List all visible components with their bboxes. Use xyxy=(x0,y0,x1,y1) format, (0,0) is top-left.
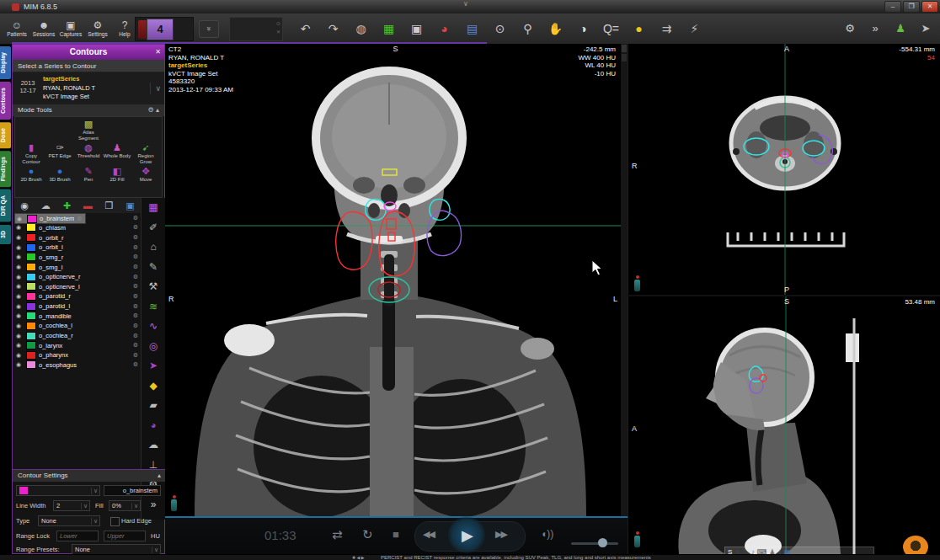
contour-color-swatch[interactable] xyxy=(26,341,36,349)
axial-viewport[interactable]: A R P -554.31 mm 54 xyxy=(628,44,940,295)
contour-gear-icon[interactable]: ⚙ xyxy=(133,361,141,368)
contour-strip-icon[interactable]: ☁ xyxy=(148,435,158,456)
contour-name[interactable]: o_chiasm xyxy=(39,224,131,232)
contour-color-swatch[interactable] xyxy=(26,312,36,320)
contour-gear-icon[interactable]: ⚙ xyxy=(133,283,141,290)
contour-strip-icon[interactable]: ◆ xyxy=(149,376,157,397)
capture-slot[interactable]: ⊙ ✕ xyxy=(229,17,283,41)
slot-info-icon[interactable]: ⊙ xyxy=(276,21,280,26)
minimize-button[interactable]: – xyxy=(884,1,901,13)
toolbar-action-icon[interactable]: ✋ xyxy=(542,15,569,42)
contour-gear-icon[interactable]: ⚙ xyxy=(133,224,141,231)
panel-tab[interactable]: Display xyxy=(0,46,11,79)
contour-row[interactable]: ◉ o_esophagus ⚙ xyxy=(14,360,141,371)
toolbar-action-icon[interactable]: ▦ xyxy=(375,15,403,42)
contour-row[interactable]: ◉ o_cochlea_l ⚙ xyxy=(14,321,141,331)
contour-gear-icon[interactable]: ⚙ xyxy=(133,352,141,359)
contour-row[interactable]: ◉ o_parotid_r ⚙ xyxy=(14,291,141,301)
contour-strip-icon[interactable]: ⌂ xyxy=(150,237,156,258)
contour-color-select[interactable]: ∨ xyxy=(16,485,100,496)
contour-name[interactable]: o_parotid_r xyxy=(39,292,131,300)
contour-name-field[interactable] xyxy=(104,485,161,496)
contour-eye-icon[interactable]: ◉ xyxy=(16,352,24,359)
mode-tool-button[interactable]: ✥ Move xyxy=(131,164,160,183)
toolbar-action-icon[interactable]: ↷ xyxy=(319,15,347,42)
contour-gear-icon[interactable]: ⚙ xyxy=(133,293,141,300)
contour-strip-icon[interactable]: ◕ xyxy=(150,416,156,436)
toolbar-right-icon[interactable]: ♟ xyxy=(891,15,910,42)
contour-color-swatch[interactable] xyxy=(26,243,36,252)
titlebar-chevron-icon[interactable]: ∨ xyxy=(463,0,468,8)
panel-tab[interactable]: Findings xyxy=(0,151,11,187)
contour-strip-icon[interactable]: ⚒ xyxy=(149,277,158,297)
contour-row[interactable]: ◉ o_mandible ⚙ xyxy=(14,311,141,321)
slot-close-icon[interactable]: ✕ xyxy=(276,29,280,35)
contour-name[interactable]: o_cochlea_r xyxy=(39,332,131,339)
contour-color-swatch[interactable] xyxy=(26,351,36,360)
contour-name[interactable]: o_larynx xyxy=(39,342,131,349)
loop-icon[interactable]: ↻ xyxy=(362,527,373,542)
contour-gear-icon[interactable]: ⚙ xyxy=(133,234,141,241)
contour-color-swatch[interactable] xyxy=(26,253,36,261)
mode-tools-header[interactable]: Mode Tools ⚙ ▴ xyxy=(13,104,164,116)
contour-strip-icon[interactable]: ➤ xyxy=(149,356,158,376)
contour-gear-icon[interactable]: ⚙ xyxy=(133,244,141,251)
contour-gear-icon[interactable]: ⚙ xyxy=(133,312,141,319)
mode-tool-button[interactable]: ▩ Atlas Segment xyxy=(74,117,103,141)
contour-eye-icon[interactable]: ◉ xyxy=(16,224,24,231)
contour-strip-icon[interactable]: ✎ xyxy=(149,258,158,278)
toolbar-action-icon[interactable]: ⚲ xyxy=(514,15,542,42)
toolbar-right-icon[interactable]: ⚙ xyxy=(841,15,859,42)
contour-eye-icon[interactable]: ◉ xyxy=(16,253,24,260)
scrollbar-thumb[interactable] xyxy=(622,54,627,61)
mode-tool-button[interactable]: ♟ Whole Body xyxy=(103,141,131,164)
scrollbar-up-button[interactable] xyxy=(622,45,627,52)
toolbar-action-icon[interactable]: ⇉ xyxy=(653,15,681,42)
contour-color-swatch[interactable] xyxy=(26,223,36,232)
series-chevron-icon[interactable]: ∨ xyxy=(150,83,161,94)
contour-gear-icon[interactable]: ⚙ xyxy=(133,215,141,221)
contour-eye-icon[interactable]: ◉ xyxy=(16,274,24,280)
range-lower-field[interactable] xyxy=(56,531,99,541)
mode-tool-button[interactable]: ◧ 2D Fill xyxy=(103,164,131,183)
contour-row[interactable]: ◉ o_opticnerve_r ⚙ xyxy=(14,272,141,282)
panel-close-icon[interactable]: ✕ xyxy=(155,45,161,60)
line-width-select[interactable]: 2∨ xyxy=(53,500,90,511)
contour-name[interactable]: o_opticnerve_r xyxy=(39,273,131,280)
contour-gear-icon[interactable]: ⚙ xyxy=(133,274,141,280)
volume-slider[interactable] xyxy=(571,542,618,545)
contour-color-swatch[interactable] xyxy=(26,263,36,271)
contour-gear-icon[interactable]: ⚙ xyxy=(133,253,141,260)
settings-collapse-icon[interactable]: ▴ xyxy=(158,470,161,482)
contour-name[interactable]: o_pharynx xyxy=(39,351,131,359)
contour-eye-icon[interactable]: ◉ xyxy=(16,264,24,270)
nav-button[interactable]: ▣ Captures xyxy=(57,14,84,42)
layout-selector[interactable]: 4 xyxy=(135,17,194,41)
layout-dropdown-button[interactable]: » xyxy=(199,20,219,38)
toolbar-action-icon[interactable]: ▤ xyxy=(458,15,486,42)
contour-row[interactable]: ◉ o_larynx ⚙ xyxy=(14,340,141,350)
toolbar-action-icon[interactable]: ⊙ xyxy=(486,15,514,42)
contour-gear-icon[interactable]: ⚙ xyxy=(133,323,141,329)
contour-color-swatch[interactable] xyxy=(26,360,36,369)
contour-name[interactable]: o_cochlea_l xyxy=(39,322,131,329)
toolbar-action-icon[interactable]: ◕ xyxy=(430,15,458,42)
hard-edge-checkbox[interactable] xyxy=(110,517,120,526)
contour-name[interactable]: o_opticnerve_l xyxy=(39,283,131,291)
status-nav-icons[interactable]: ✱ ◀ ▶ xyxy=(352,555,365,560)
add-contour-icon[interactable]: ✚ xyxy=(63,200,71,211)
contour-gear-icon[interactable]: ⚙ xyxy=(77,216,84,222)
fast-forward-button[interactable]: ▶▶ xyxy=(495,529,506,540)
maximize-button[interactable]: ❐ xyxy=(903,1,920,13)
remove-contour-icon[interactable]: ▬ xyxy=(83,200,93,211)
contour-eye-icon[interactable]: ◉ xyxy=(16,293,24,300)
contour-strip-icon[interactable]: ◎ xyxy=(149,337,158,357)
contour-color-swatch[interactable] xyxy=(26,322,36,330)
contour-row[interactable]: ◉ o_opticnerve_l ⚙ xyxy=(14,281,141,291)
mode-tool-button[interactable]: ◍ Threshold xyxy=(74,141,103,164)
volume-icon[interactable]: ◖)) xyxy=(541,528,553,540)
contour-eye-icon[interactable]: ◉ xyxy=(16,361,24,368)
contour-eye-icon[interactable]: ◉ xyxy=(16,244,24,251)
contour-color-swatch[interactable] xyxy=(26,282,36,291)
contour-name[interactable]: o_smg_l xyxy=(39,264,131,271)
